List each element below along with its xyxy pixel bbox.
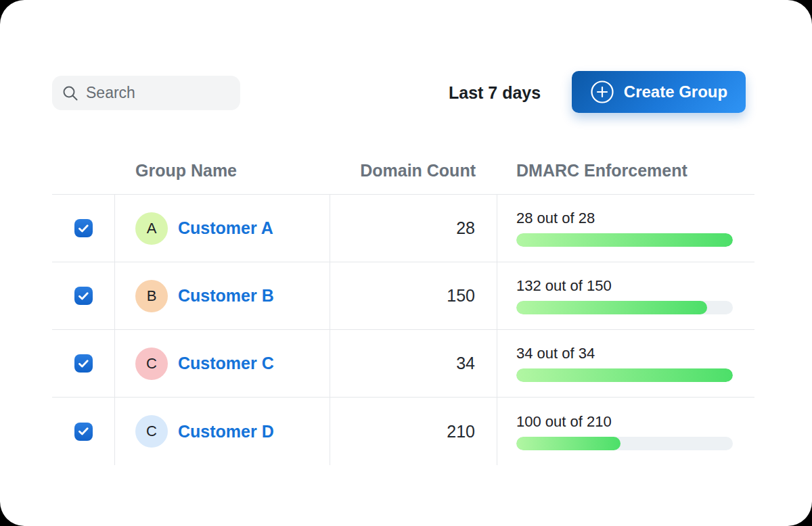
row-checkbox-cell [52, 262, 115, 329]
domain-count-value: 28 [456, 218, 475, 238]
date-range-selector[interactable]: Last 7 days [449, 76, 541, 110]
row-checkbox-checked[interactable] [74, 287, 93, 305]
avatar-letter: B [147, 287, 157, 305]
row-checkbox-cell [52, 330, 115, 397]
avatar: C [135, 348, 168, 380]
search-icon [62, 85, 79, 102]
create-group-label: Create Group [624, 82, 727, 101]
domain-count-value: 34 [456, 354, 475, 373]
row-domain-count-cell: 34 [330, 330, 497, 397]
row-dmarc-cell: 34 out of 34 [497, 330, 754, 397]
row-group-name-cell: A Customer A [115, 195, 330, 262]
dmarc-progress-bar [516, 301, 733, 314]
search-box[interactable] [52, 76, 240, 110]
domain-count-value: 150 [447, 286, 475, 306]
checkmark-icon [78, 292, 89, 300]
row-group-name-cell: C Customer C [115, 330, 330, 397]
progress-fill [516, 301, 707, 314]
progress-fill [516, 368, 733, 382]
plus-icon [590, 80, 614, 104]
table-header-row: Group Name Domain Count DMARC Enforcemen… [52, 147, 754, 195]
table-row: B Customer B 150 132 out of 150 [52, 262, 754, 330]
avatar: C [135, 415, 168, 448]
groups-table: Group Name Domain Count DMARC Enforcemen… [52, 147, 754, 465]
domain-count-value: 210 [447, 422, 475, 441]
dmarc-label: 34 out of 34 [516, 345, 595, 362]
dmarc-label: 132 out of 150 [516, 277, 612, 295]
header-domain-count: Domain Count [330, 161, 497, 181]
dmarc-progress-bar [516, 233, 733, 247]
customer-name-link[interactable]: Customer C [178, 354, 274, 373]
dmarc-progress-bar [516, 368, 733, 382]
row-checkbox-checked[interactable] [74, 354, 93, 373]
avatar: B [135, 280, 168, 312]
header-dmarc-enforcement: DMARC Enforcement [497, 161, 754, 181]
avatar-letter: C [146, 355, 157, 373]
row-checkbox-cell [52, 195, 115, 262]
progress-fill [516, 233, 733, 247]
avatar-letter: C [146, 423, 157, 440]
header-group-name: Group Name [115, 161, 330, 181]
row-checkbox-cell [52, 398, 115, 465]
table-row: A Customer A 28 28 out of 28 [52, 195, 754, 262]
checkmark-icon [78, 224, 89, 233]
table-body: A Customer A 28 28 out of 28 B Cus [52, 195, 754, 465]
row-dmarc-cell: 132 out of 150 [497, 262, 754, 329]
row-dmarc-cell: 100 out of 210 [497, 398, 754, 465]
row-domain-count-cell: 28 [330, 195, 497, 262]
row-domain-count-cell: 210 [330, 398, 497, 465]
avatar: A [135, 212, 168, 245]
avatar-letter: A [147, 220, 157, 237]
app-card: Last 7 days Create Group Group Name Doma… [0, 0, 812, 526]
dmarc-progress-bar [516, 437, 733, 450]
customer-name-link[interactable]: Customer D [178, 422, 274, 441]
dmarc-label: 100 out of 210 [516, 413, 612, 431]
search-input[interactable] [86, 84, 231, 102]
dmarc-label: 28 out of 28 [516, 210, 595, 227]
row-dmarc-cell: 28 out of 28 [497, 195, 754, 262]
row-checkbox-checked[interactable] [74, 219, 93, 237]
customer-name-link[interactable]: Customer B [178, 286, 274, 306]
row-domain-count-cell: 150 [330, 262, 497, 329]
progress-fill [516, 437, 621, 450]
table-row: C Customer C 34 34 out of 34 [52, 330, 754, 398]
table-row: C Customer D 210 100 out of 210 [52, 398, 754, 465]
checkmark-icon [78, 360, 89, 368]
checkmark-icon [78, 427, 89, 435]
row-checkbox-checked[interactable] [74, 423, 93, 441]
customer-name-link[interactable]: Customer A [178, 218, 273, 238]
date-range-label: Last 7 days [449, 83, 541, 103]
row-group-name-cell: C Customer D [115, 398, 330, 465]
row-group-name-cell: B Customer B [115, 262, 330, 329]
create-group-button[interactable]: Create Group [572, 71, 746, 113]
